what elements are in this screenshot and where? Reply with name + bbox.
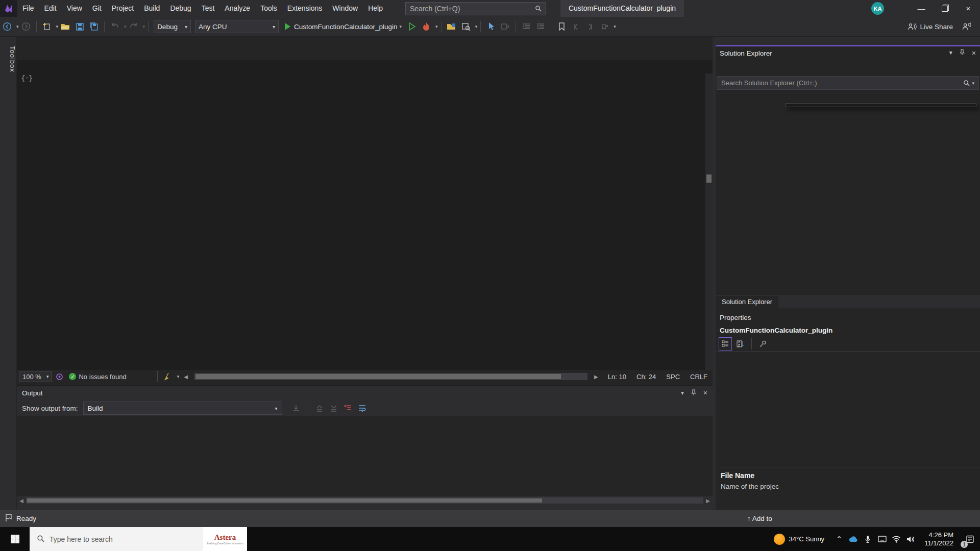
menubar-item-debug[interactable]: Debug — [165, 0, 196, 17]
ready-text: Ready — [16, 515, 36, 522]
tray-chevron-icon[interactable]: ⌃ — [832, 533, 846, 546]
solution-explorer-bottom-tab[interactable]: Solution Explorer — [716, 295, 778, 308]
menubar-item-help[interactable]: Help — [363, 0, 388, 17]
spaces-indicator[interactable]: SPC — [661, 373, 685, 381]
astera-app-button[interactable]: Astera Enabling Data-Driven Innovation — [203, 527, 247, 551]
menubar-item-extensions[interactable]: Extensions — [282, 0, 327, 17]
onedrive-cloud-icon[interactable] — [847, 533, 860, 546]
output-title: Output — [22, 389, 43, 397]
menubar-item-window[interactable]: Window — [327, 0, 363, 17]
prev-bookmark-icon[interactable] — [569, 20, 582, 33]
menubar-item-view[interactable]: View — [62, 0, 87, 17]
indent-decrease-icon[interactable] — [520, 20, 533, 33]
speaker-icon[interactable] — [904, 533, 917, 546]
zoom-dropdown[interactable]: 100 %▾ — [19, 371, 52, 382]
bookmark-icon[interactable] — [555, 20, 568, 33]
categorized-icon[interactable] — [719, 337, 732, 350]
solution-platforms-dropdown[interactable]: Any CPU▾ — [195, 20, 279, 33]
menubar-item-git[interactable]: Git — [87, 0, 107, 17]
toolbox-tab[interactable]: Toolbox — [0, 46, 16, 72]
output-horizontal-scrollbar[interactable]: ◀ ▶ — [17, 496, 713, 505]
alphabetical-icon[interactable] — [734, 338, 746, 350]
editor-vertical-scrollbar[interactable] — [705, 73, 713, 370]
hscroll-right-icon[interactable]: ▶ — [590, 374, 603, 380]
solution-explorer-title: Solution Explorer — [720, 49, 772, 57]
new-item-folder-icon[interactable] — [445, 20, 458, 33]
hscroll-left-icon[interactable]: ◀ — [179, 374, 192, 380]
output-source-dropdown[interactable]: Build▾ — [83, 402, 282, 415]
menu-bar: FileEditViewGitProjectBuildDebugTestAnal… — [17, 0, 388, 17]
panel-pin-icon[interactable] — [960, 49, 965, 57]
next-message-icon[interactable] — [328, 402, 340, 414]
start-debugging-button[interactable]: CustomFunctionCalculator_plugin▾ — [284, 22, 402, 31]
tablet-icon[interactable] — [875, 533, 889, 546]
navigate-forward-icon[interactable] — [19, 20, 33, 33]
clear-all-icon[interactable] — [342, 402, 354, 414]
health-indicator-icon[interactable] — [53, 370, 66, 383]
clear-bookmarks-icon[interactable] — [598, 20, 611, 33]
taskbar-search[interactable]: Type here to search — [30, 527, 203, 551]
menubar-item-edit[interactable]: Edit — [39, 0, 62, 17]
code-cleanup-icon[interactable] — [161, 370, 175, 383]
panel-close-icon[interactable]: × — [972, 49, 976, 57]
property-pages-icon[interactable] — [757, 338, 769, 350]
new-project-caret[interactable]: ▾ — [56, 24, 59, 29]
output-dropdown-icon[interactable]: ▾ — [681, 390, 684, 396]
find-in-files-icon[interactable] — [459, 20, 473, 33]
minimize-button[interactable]: — — [910, 0, 933, 17]
feedback-icon[interactable] — [960, 20, 973, 33]
code-editor[interactable]: {▫} — [17, 73, 713, 370]
menubar-item-test[interactable]: Test — [197, 0, 220, 17]
solution-tree — [716, 90, 980, 295]
menubar-item-tools[interactable]: Tools — [255, 0, 282, 17]
next-bookmark-icon[interactable] — [583, 20, 597, 33]
hot-reload-icon[interactable] — [420, 20, 433, 33]
eol-indicator[interactable]: CRLF — [685, 373, 713, 381]
redo-icon[interactable] — [127, 20, 140, 33]
undo-icon[interactable] — [108, 20, 121, 33]
user-avatar[interactable]: KA — [871, 2, 884, 15]
menubar-item-project[interactable]: Project — [107, 0, 139, 17]
cursor-select-icon[interactable] — [484, 20, 498, 33]
navigate-back-icon[interactable] — [1, 20, 14, 33]
wifi-icon[interactable] — [890, 533, 903, 546]
restore-button[interactable] — [933, 0, 957, 17]
prev-message-icon[interactable] — [313, 402, 326, 414]
solution-explorer-search[interactable]: Search Solution Explorer (Ctrl+;) ▾ — [717, 76, 979, 90]
no-issues-icon: ✓ — [69, 373, 76, 380]
action-center-icon[interactable]: 1 — [960, 527, 980, 551]
taskbar-clock[interactable]: 4:26 PM 11/1/2022 — [924, 531, 953, 547]
output-log[interactable] — [17, 416, 713, 496]
taskbar-search-placeholder: Type here to search — [50, 535, 113, 543]
close-output-icon[interactable]: × — [703, 389, 707, 397]
new-project-icon[interactable] — [40, 20, 54, 33]
open-folder-icon[interactable] — [59, 20, 72, 33]
weather-widget[interactable]: 34°C Sunny — [774, 534, 825, 545]
microphone-icon[interactable] — [861, 533, 874, 546]
menubar-item-file[interactable]: File — [17, 0, 39, 17]
live-share-button[interactable]: Live Share — [908, 22, 953, 31]
start-without-debugging-icon[interactable] — [405, 20, 419, 33]
document-outline-icon[interactable]: {▫} — [21, 74, 33, 83]
add-to-source-control[interactable]: ↑ Add to — [747, 510, 786, 527]
panel-dropdown-icon[interactable]: ▾ — [949, 49, 952, 57]
save-icon[interactable] — [73, 20, 86, 33]
pin-icon[interactable] — [691, 389, 696, 397]
navigate-back-caret[interactable]: ▾ — [16, 24, 19, 29]
output-scroll-left-icon[interactable]: ◀ — [17, 498, 26, 504]
start-button[interactable] — [0, 527, 30, 551]
quick-search-box[interactable]: Search (Ctrl+Q) — [405, 2, 546, 15]
solution-configurations-dropdown[interactable]: Debug▾ — [154, 20, 191, 33]
attach-icon[interactable] — [499, 20, 512, 33]
properties-object-name[interactable]: CustomFunctionCalculator_plugin — [716, 324, 980, 336]
indent-increase-icon[interactable] — [534, 20, 547, 33]
editor-horizontal-scrollbar[interactable] — [194, 373, 587, 380]
menubar-item-analyze[interactable]: Analyze — [219, 0, 255, 17]
find-message-icon[interactable] — [290, 402, 303, 414]
save-all-icon[interactable] — [87, 20, 101, 33]
output-scroll-right-icon[interactable]: ▶ — [703, 498, 713, 504]
right-tool-panel: Solution Explorer ▾ × Search Solution Ex… — [716, 45, 980, 512]
close-button[interactable]: × — [957, 0, 980, 17]
menubar-item-build[interactable]: Build — [139, 0, 165, 17]
word-wrap-icon[interactable] — [356, 402, 369, 414]
